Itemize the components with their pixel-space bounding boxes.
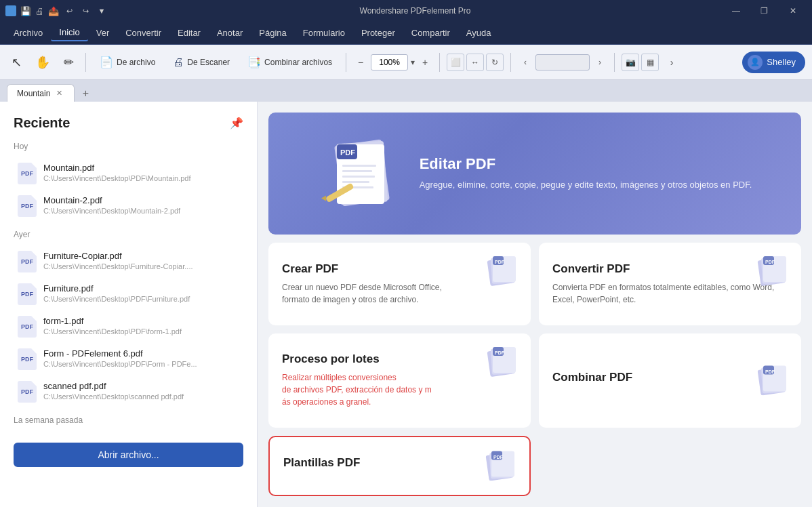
- list-item[interactable]: PDF scanned pdf.pdf C:\Users\Vincent\Des…: [14, 376, 243, 407]
- menu-pagina[interactable]: Página: [251, 25, 294, 41]
- menu-ayuda[interactable]: Ayuda: [458, 25, 500, 41]
- combinar-label: Combinar archivos: [264, 58, 332, 67]
- user-icon: 👤: [750, 58, 760, 66]
- zoom-in-btn[interactable]: +: [418, 55, 432, 70]
- hero-text: Editar PDF Agregue, elimine, corte, copi…: [420, 155, 752, 192]
- section-today: Hoy: [14, 142, 243, 151]
- file-icon: PDF: [18, 316, 37, 338]
- select-tool[interactable]: ↖: [7, 52, 26, 73]
- maximize-btn[interactable]: ❐: [751, 0, 778, 22]
- crear-pdf-card[interactable]: PDF Crear PDF Crear un nuevo PDF desde M…: [268, 243, 531, 325]
- de-escaner-label: De Escaner: [187, 58, 230, 67]
- hand-tool[interactable]: ✋: [31, 52, 55, 73]
- rotate-btn[interactable]: ↻: [486, 54, 504, 71]
- combinar-btn[interactable]: 📑 Combinar archivos: [241, 52, 339, 72]
- prev-page-btn[interactable]: ‹: [518, 55, 533, 70]
- title-bar: 💾 🖨 📤 ↩ ↪ ▼ Wondershare PDFelement Pro —…: [0, 0, 812, 22]
- hand-icon: ✋: [35, 55, 50, 70]
- list-item[interactable]: PDF Form - PDFelement 6.pdf C:\Users\Vin…: [14, 344, 243, 375]
- zoom-dropdown[interactable]: ▾: [411, 58, 415, 67]
- user-btn[interactable]: 👤 Shelley: [742, 52, 805, 73]
- menu-proteger[interactable]: Proteger: [353, 25, 403, 41]
- proceso-title: Proceso por lotes: [282, 352, 517, 366]
- list-item[interactable]: PDF form-1.pdf C:\Users\Vincent\Desktop\…: [14, 311, 243, 342]
- title-bar-left: 💾 🖨 📤 ↩ ↪ ▼: [5, 5, 108, 17]
- list-item[interactable]: PDF Furniture.pdf C:\Users\Vincent\Deskt…: [14, 279, 243, 310]
- tab-close[interactable]: ✕: [54, 88, 64, 98]
- svg-text:PDF: PDF: [765, 260, 775, 264]
- hero-desc: Agregue, elimine, corte, copie, pegue y …: [420, 178, 752, 192]
- file-icon: PDF: [18, 251, 37, 272]
- list-item[interactable]: PDF Furniture-Copiar.pdf C:\Users\Vincen…: [14, 246, 243, 277]
- user-area: 👤 Shelley: [742, 52, 805, 73]
- fit-page-btn[interactable]: ⬜: [447, 54, 464, 71]
- panel-btn[interactable]: ▦: [641, 54, 659, 71]
- view-btns-2: 📷 ▦: [622, 54, 659, 71]
- menu-ver[interactable]: Ver: [88, 25, 118, 41]
- menu-formulario[interactable]: Formulario: [295, 25, 353, 41]
- menu-compartir[interactable]: Compartir: [403, 25, 458, 41]
- right-panel: PDF Editar PDF Agregue, elimine, corte, …: [258, 102, 812, 507]
- combinar-icon: PDF: [755, 363, 792, 398]
- file-path: C:\Users\Vincent\Desktop\Mountain-2.pdf: [43, 207, 239, 215]
- fit-width-btn[interactable]: ↔: [466, 54, 484, 71]
- de-escaner-btn[interactable]: 🖨 De Escaner: [166, 53, 237, 72]
- convertir-pdf-card[interactable]: PDF Convertir PDF Convierta PDF en forma…: [539, 243, 801, 325]
- zoom-input[interactable]: [371, 54, 408, 70]
- open-file-btn[interactable]: Abrir archivo...: [14, 443, 243, 467]
- menu-btn[interactable]: ▼: [96, 5, 108, 17]
- file-name: Mountain.pdf: [43, 163, 239, 173]
- list-item[interactable]: PDF Mountain-2.pdf C:\Users\Vincent\Desk…: [14, 190, 243, 222]
- today-files: PDF Mountain.pdf C:\Users\Vincent\Deskto…: [14, 158, 243, 222]
- minimize-btn[interactable]: —: [723, 0, 750, 22]
- more-btn[interactable]: ›: [663, 54, 681, 71]
- redo-btn[interactable]: ↪: [79, 5, 92, 17]
- separator-1: [85, 53, 86, 72]
- snapshot-btn[interactable]: 📷: [622, 54, 639, 71]
- file-path: C:\Users\Vincent\Desktop\PDF\form-1.pdf: [43, 327, 239, 336]
- menu-inicio[interactable]: Inicio: [51, 24, 87, 41]
- tab-add-btn[interactable]: +: [77, 85, 94, 102]
- next-page-btn[interactable]: ›: [592, 55, 607, 70]
- plantillas-pdf-card[interactable]: PDF Plantillas PDF: [268, 436, 531, 496]
- share-icon[interactable]: 📤: [48, 6, 59, 16]
- pin-icon[interactable]: 📌: [230, 117, 243, 129]
- file-name: Mountain-2.pdf: [43, 195, 239, 205]
- file-path: C:\Users\Vincent\Desktop\Furniture-Copia…: [43, 262, 239, 270]
- crear-pdf-icon: PDF: [485, 254, 521, 288]
- tab-mountain[interactable]: Mountain ✕: [7, 84, 75, 102]
- toolbar: ↖ ✋ ✏ 📄 De archivo 🖨 De Escaner 📑 Combin…: [0, 45, 812, 80]
- menu-archivo[interactable]: Archivo: [5, 25, 51, 41]
- section-yesterday: Ayer: [14, 230, 243, 239]
- app-icon: [5, 5, 16, 16]
- file-name: form-1.pdf: [43, 316, 239, 326]
- de-archivo-btn[interactable]: 📄 De archivo: [93, 52, 162, 72]
- separator-2: [346, 53, 346, 72]
- editar-pdf-card[interactable]: PDF Editar PDF Agregue, elimine, corte, …: [268, 113, 801, 235]
- plantillas-icon: PDF: [483, 449, 520, 483]
- convertir-pdf-title: Convertir PDF: [552, 262, 788, 276]
- combinar-pdf-card[interactable]: PDF Combinar PDF: [539, 333, 801, 428]
- cursor-icon: ↖: [12, 55, 22, 70]
- close-btn[interactable]: ✕: [779, 0, 807, 22]
- undo-btn[interactable]: ↩: [63, 5, 75, 17]
- menu-anotar[interactable]: Anotar: [209, 25, 251, 41]
- window-controls: — ❐ ✕: [723, 0, 807, 22]
- svg-text:PDF: PDF: [765, 369, 775, 374]
- edit-tool[interactable]: ✏: [59, 52, 79, 73]
- page-input[interactable]: [535, 54, 590, 70]
- svg-text:PDF: PDF: [493, 455, 504, 460]
- proceso-lotes-card[interactable]: PDF Proceso por lotes Realizar múltiples…: [268, 333, 531, 428]
- file-name: scanned pdf.pdf: [43, 381, 239, 391]
- sidebar: Reciente 📌 Hoy PDF Mountain.pdf C:\Users…: [0, 102, 258, 507]
- save-icon[interactable]: 💾: [20, 6, 31, 16]
- menu-editar[interactable]: Editar: [169, 25, 209, 41]
- zoom-out-btn[interactable]: −: [353, 55, 368, 70]
- separator-3: [439, 53, 440, 72]
- list-item[interactable]: PDF Mountain.pdf C:\Users\Vincent\Deskto…: [14, 158, 243, 189]
- user-avatar: 👤: [748, 55, 763, 70]
- svg-text:PDF: PDF: [495, 260, 505, 264]
- menu-convertir[interactable]: Convertir: [117, 25, 169, 41]
- print-icon[interactable]: 🖨: [35, 6, 44, 16]
- file-icon: PDF: [18, 195, 37, 217]
